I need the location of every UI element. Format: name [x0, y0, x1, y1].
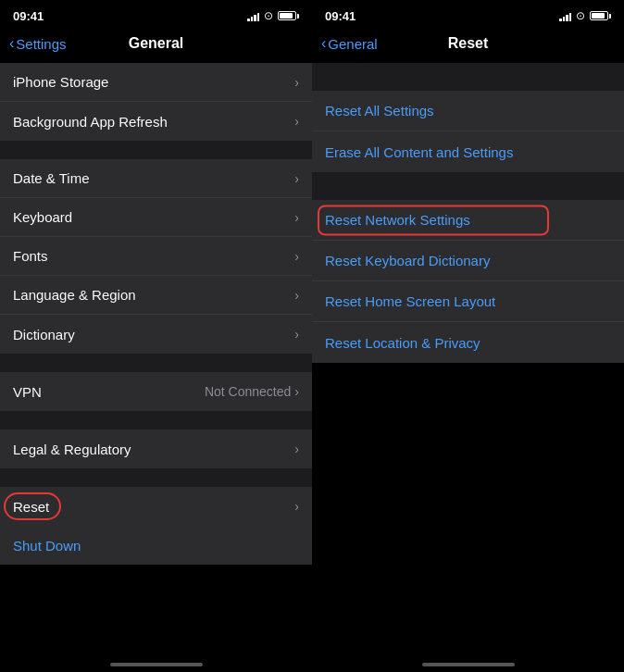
section-gap-3: [0, 411, 312, 429]
home-bar: [422, 663, 515, 666]
back-button-left[interactable]: ‹ Settings: [9, 36, 67, 52]
row-label: VPN: [13, 384, 42, 400]
row-label: Fonts: [13, 248, 48, 264]
row-date-time[interactable]: Date & Time ›: [0, 159, 312, 198]
back-label-right: General: [328, 36, 377, 52]
row-label: Dictionary: [13, 327, 75, 342]
right-panel: 09:41 ⊙ ‹ General Reset: [312, 0, 624, 672]
row-dictionary[interactable]: Dictionary ›: [0, 315, 312, 354]
reset-label: Erase All Content and Settings: [325, 144, 513, 160]
status-bar-right: 09:41 ⊙: [312, 0, 624, 28]
row-reset-network[interactable]: Reset Network Settings: [312, 200, 624, 241]
section-gap-1: [0, 141, 312, 159]
settings-group-1: iPhone Storage › Background App Refresh …: [0, 63, 312, 141]
row-right: ›: [294, 114, 299, 129]
row-label: Background App Refresh: [13, 114, 168, 130]
nav-title-right: Reset: [448, 35, 489, 52]
back-chevron-left: ‹: [9, 36, 14, 51]
row-reset-home-screen[interactable]: Reset Home Screen Layout: [312, 281, 624, 322]
chevron-icon: ›: [294, 327, 299, 342]
row-legal[interactable]: Legal & Regulatory ›: [0, 429, 312, 468]
wifi-icon: ⊙: [264, 9, 273, 22]
battery-icon: [278, 11, 299, 20]
home-bar: [110, 663, 203, 666]
row-fonts[interactable]: Fonts ›: [0, 237, 312, 276]
row-shutdown[interactable]: Shut Down: [0, 526, 312, 565]
reset-label: Reset Home Screen Layout: [325, 293, 495, 309]
row-background-refresh[interactable]: Background App Refresh ›: [0, 102, 312, 141]
section-gap-4: [0, 468, 312, 487]
home-indicator-right: [312, 650, 624, 672]
row-label: Language & Region: [13, 287, 136, 303]
settings-group-4: Legal & Regulatory ›: [0, 429, 312, 468]
row-label: Date & Time: [13, 170, 90, 186]
chevron-icon: ›: [294, 288, 299, 303]
settings-content-left: iPhone Storage › Background App Refresh …: [0, 63, 312, 650]
row-reset-all-settings[interactable]: Reset All Settings: [312, 91, 624, 131]
row-reset-keyboard-dict[interactable]: Reset Keyboard Dictionary: [312, 241, 624, 281]
chevron-icon: ›: [294, 249, 299, 264]
back-button-right[interactable]: ‹ General: [321, 36, 378, 52]
shutdown-label: Shut Down: [13, 538, 81, 554]
chevron-icon: ›: [294, 75, 299, 90]
settings-group-2: Date & Time › Keyboard › Fonts › Languag…: [0, 159, 312, 354]
chevron-icon: ›: [294, 210, 299, 225]
nav-bar-left: ‹ Settings General: [0, 28, 312, 63]
reset-label: Reset All Settings: [325, 103, 434, 118]
settings-group-3: VPN Not Connected ›: [0, 372, 312, 411]
row-label: Legal & Regulatory: [13, 442, 131, 457]
reset-group-bottom: Reset Network Settings Reset Keyboard Di…: [312, 200, 624, 363]
reset-label: Reset Network Settings: [325, 212, 470, 228]
nav-title-left: General: [129, 35, 184, 52]
row-label: Keyboard: [13, 209, 72, 225]
back-label-left: Settings: [16, 36, 66, 52]
chevron-icon: ›: [294, 114, 299, 129]
divider-top: [312, 63, 624, 91]
settings-group-5: Reset ›: [0, 487, 312, 526]
row-iphone-storage[interactable]: iPhone Storage ›: [0, 63, 312, 102]
reset-group-top: Reset All Settings Erase All Content and…: [312, 91, 624, 172]
left-panel: 09:41 ⊙ ‹ Settings General: [0, 0, 312, 672]
status-icons-left: ⊙: [247, 9, 299, 22]
row-vpn[interactable]: VPN Not Connected ›: [0, 372, 312, 411]
reset-label: Reset Location & Privacy: [325, 335, 480, 351]
battery-icon: [590, 11, 611, 20]
back-chevron-right: ‹: [321, 36, 326, 51]
section-gap-2: [0, 354, 312, 372]
chevron-icon: ›: [294, 384, 299, 399]
chevron-icon: ›: [294, 442, 299, 456]
row-reset[interactable]: Reset ›: [0, 487, 312, 526]
row-language-region[interactable]: Language & Region ›: [0, 276, 312, 315]
row-label: iPhone Storage: [13, 74, 108, 90]
signal-icon: [247, 11, 259, 21]
reset-label: Reset Keyboard Dictionary: [325, 253, 490, 268]
status-bar-left: 09:41 ⊙: [0, 0, 312, 28]
row-keyboard[interactable]: Keyboard ›: [0, 198, 312, 237]
row-right: Not Connected ›: [205, 384, 299, 399]
status-icons-right: ⊙: [559, 9, 611, 22]
wifi-icon: ⊙: [576, 9, 585, 22]
nav-bar-right: ‹ General Reset: [312, 28, 624, 63]
home-indicator-left: [0, 650, 312, 672]
status-time-right: 09:41: [325, 9, 356, 23]
row-label: Reset: [13, 499, 49, 515]
row-right: ›: [294, 75, 299, 90]
row-erase-all[interactable]: Erase All Content and Settings: [312, 131, 624, 172]
divider-middle: [312, 172, 624, 200]
vpn-status: Not Connected: [205, 384, 291, 399]
signal-icon: [559, 11, 571, 21]
reset-content: Reset All Settings Erase All Content and…: [312, 63, 624, 650]
row-reset-location-privacy[interactable]: Reset Location & Privacy: [312, 322, 624, 363]
status-time-left: 09:41: [13, 9, 44, 23]
chevron-icon: ›: [294, 171, 299, 186]
chevron-icon: ›: [294, 499, 299, 514]
